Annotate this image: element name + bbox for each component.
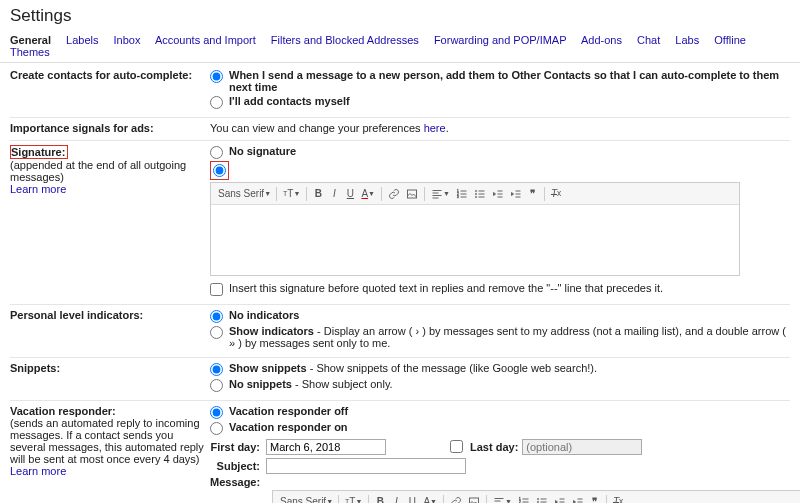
signature-radio-custom[interactable] xyxy=(213,164,226,177)
signature-learn-more[interactable]: Learn more xyxy=(10,183,66,195)
bullet-list-icon[interactable] xyxy=(471,186,489,202)
svg-point-4 xyxy=(475,190,477,192)
settings-tabs: General Labels Inbox Accounts and Import… xyxy=(0,34,800,63)
tab-filters[interactable]: Filters and Blocked Addresses xyxy=(271,34,419,46)
row-ads: Importance signals for ads: You can view… xyxy=(10,118,790,141)
signature-highlight: Signature: xyxy=(10,145,68,159)
indent-icon[interactable] xyxy=(569,494,587,504)
font-dropdown[interactable]: Sans Serif ▼ xyxy=(215,186,273,202)
signature-radio-highlight xyxy=(210,161,229,180)
image-icon[interactable] xyxy=(465,494,483,504)
svg-point-11 xyxy=(537,498,539,500)
vacation-radio-off[interactable] xyxy=(210,406,223,419)
italic-button[interactable]: I xyxy=(388,494,404,504)
italic-button[interactable]: I xyxy=(326,186,342,202)
font-dropdown[interactable]: Sans Serif ▼ xyxy=(277,494,335,504)
pli-radio-show[interactable] xyxy=(210,326,223,339)
underline-button[interactable]: U xyxy=(404,494,420,504)
outdent-icon[interactable] xyxy=(489,186,507,202)
indent-icon[interactable] xyxy=(507,186,525,202)
image-icon[interactable] xyxy=(403,186,421,202)
row-snippets: Snippets: Show snippets - Show snippets … xyxy=(10,358,790,401)
row-signature: Signature: (appended at the end of all o… xyxy=(10,141,790,305)
page-title: Settings xyxy=(0,0,800,34)
snippets-radio-show[interactable] xyxy=(210,363,223,376)
vacation-learn-more[interactable]: Learn more xyxy=(10,465,66,477)
signature-heading: Signature: xyxy=(11,146,65,158)
vacation-label-on: Vacation responder on xyxy=(229,421,348,433)
pli-label-none: No indicators xyxy=(229,309,299,321)
align-icon[interactable]: ▼ xyxy=(428,186,453,202)
row-create-contacts: Create contacts for auto-complete: When … xyxy=(10,65,790,118)
tab-offline[interactable]: Offline xyxy=(714,34,746,46)
bold-button[interactable]: B xyxy=(372,494,388,504)
vacation-desc: (sends an automated reply to incoming me… xyxy=(10,417,204,465)
clear-format-icon[interactable]: Tx xyxy=(548,186,564,202)
contacts-radio-manual[interactable] xyxy=(210,96,223,109)
signature-editor: Sans Serif ▼ TT▼ B I U A ▼ xyxy=(210,182,740,276)
row-pli: Personal level indicators: No indicators… xyxy=(10,305,790,358)
vacation-label-off: Vacation responder off xyxy=(229,405,348,417)
snippets-heading: Snippets: xyxy=(10,362,60,374)
link-icon[interactable] xyxy=(447,494,465,504)
last-day-input xyxy=(522,439,642,455)
last-day-label: Last day: xyxy=(470,441,518,453)
color-button[interactable]: A ▼ xyxy=(358,186,378,202)
tab-forwarding[interactable]: Forwarding and POP/IMAP xyxy=(434,34,567,46)
contacts-label-manual: I'll add contacts myself xyxy=(229,95,350,107)
insert-before-label: Insert this signature before quoted text… xyxy=(229,282,663,294)
signature-label-none: No signature xyxy=(229,145,296,157)
vacation-radio-on[interactable] xyxy=(210,422,223,435)
message-label: Message: xyxy=(210,476,266,488)
tab-themes[interactable]: Themes xyxy=(10,46,50,58)
signature-textarea[interactable] xyxy=(211,205,739,275)
ads-heading: Importance signals for ads: xyxy=(10,122,154,134)
create-contacts-heading: Create contacts for auto-complete: xyxy=(10,69,192,81)
size-dropdown[interactable]: TT▼ xyxy=(342,494,365,504)
numbered-list-icon[interactable]: 123 xyxy=(515,494,533,504)
tab-addons[interactable]: Add-ons xyxy=(581,34,622,46)
svg-text:3: 3 xyxy=(457,195,459,199)
vacation-editor: Sans Serif ▼ TT▼ B I U A ▼ xyxy=(272,490,800,503)
tab-chat[interactable]: Chat xyxy=(637,34,660,46)
contacts-label-auto: When I send a message to a new person, a… xyxy=(229,69,790,93)
color-button[interactable]: A ▼ xyxy=(420,494,440,504)
pli-radio-none[interactable] xyxy=(210,310,223,323)
vacation-toolbar: Sans Serif ▼ TT▼ B I U A ▼ xyxy=(273,491,800,503)
quote-icon[interactable]: ❞ xyxy=(525,186,541,202)
snippets-label-none: No snippets - Show subject only. xyxy=(229,378,393,390)
subject-input[interactable] xyxy=(266,458,466,474)
quote-icon[interactable]: ❞ xyxy=(587,494,603,504)
vacation-heading: Vacation responder: xyxy=(10,405,116,417)
pli-heading: Personal level indicators: xyxy=(10,309,143,321)
snippets-label-show: Show snippets - Show snippets of the mes… xyxy=(229,362,597,374)
row-vacation: Vacation responder: (sends an automated … xyxy=(10,401,790,503)
tab-general[interactable]: General xyxy=(10,34,51,46)
tab-inbox[interactable]: Inbox xyxy=(114,34,141,46)
svg-point-12 xyxy=(537,501,539,503)
contacts-radio-auto[interactable] xyxy=(210,70,223,83)
align-icon[interactable]: ▼ xyxy=(490,494,515,504)
tab-labs[interactable]: Labs xyxy=(675,34,699,46)
outdent-icon[interactable] xyxy=(551,494,569,504)
subject-label: Subject: xyxy=(210,460,266,472)
first-day-input[interactable] xyxy=(266,439,386,455)
bold-button[interactable]: B xyxy=(310,186,326,202)
snippets-radio-none[interactable] xyxy=(210,379,223,392)
signature-radio-none[interactable] xyxy=(210,146,223,159)
ads-text: You can view and change your preferences xyxy=(210,122,424,134)
ads-link[interactable]: here xyxy=(424,122,446,134)
last-day-checkbox[interactable] xyxy=(450,440,463,453)
tab-accounts[interactable]: Accounts and Import xyxy=(155,34,256,46)
link-icon[interactable] xyxy=(385,186,403,202)
size-dropdown[interactable]: TT▼ xyxy=(280,186,303,202)
first-day-label: First day: xyxy=(210,441,266,453)
underline-button[interactable]: U xyxy=(342,186,358,202)
numbered-list-icon[interactable]: 123 xyxy=(453,186,471,202)
svg-point-6 xyxy=(475,196,477,198)
signature-desc: (appended at the end of all outgoing mes… xyxy=(10,159,186,183)
bullet-list-icon[interactable] xyxy=(533,494,551,504)
clear-format-icon[interactable]: Tx xyxy=(610,494,626,504)
tab-labels[interactable]: Labels xyxy=(66,34,98,46)
insert-before-checkbox[interactable] xyxy=(210,283,223,296)
